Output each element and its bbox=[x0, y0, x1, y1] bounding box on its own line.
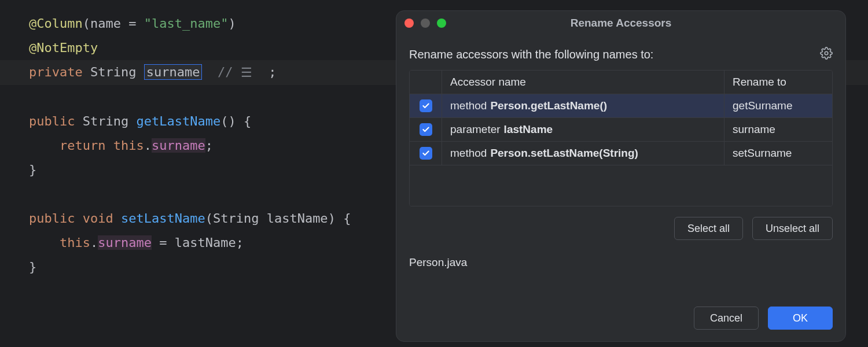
annotation-attr: name bbox=[90, 16, 121, 31]
minimize-icon[interactable] bbox=[421, 19, 430, 28]
keyword-void: void bbox=[83, 211, 113, 226]
dialog-title: Rename Accessors bbox=[396, 17, 845, 29]
dialog-prompt: Rename accessors with the following name… bbox=[409, 48, 653, 61]
keyword-public: public bbox=[29, 114, 75, 128]
accessor-kind: method bbox=[450, 147, 487, 160]
keyword-this: this bbox=[60, 235, 90, 250]
table-row[interactable]: method Person.getLastName() getSurname bbox=[410, 94, 832, 118]
checkbox[interactable] bbox=[420, 147, 432, 160]
annotation-column: @Column bbox=[29, 16, 83, 31]
checkbox[interactable] bbox=[420, 123, 432, 136]
field-ref: surname bbox=[152, 138, 205, 153]
semicolon: ; bbox=[269, 65, 276, 79]
accessor-signature: lastName bbox=[504, 123, 553, 136]
param-type: String bbox=[213, 211, 259, 226]
table-row[interactable]: method Person.setLastName(String) setSur… bbox=[410, 142, 832, 165]
keyword-public: public bbox=[29, 211, 75, 226]
keyword-private: private bbox=[29, 65, 83, 79]
accessor-kind: method bbox=[450, 99, 487, 112]
rename-to-value[interactable]: getSurname bbox=[724, 99, 832, 112]
keyword-this: this bbox=[113, 138, 144, 153]
select-all-button[interactable]: Select all bbox=[674, 217, 743, 240]
unselect-all-button[interactable]: Unselect all bbox=[752, 217, 833, 240]
param-name: lastName bbox=[267, 211, 328, 226]
gear-icon[interactable] bbox=[820, 47, 833, 62]
type-string: String bbox=[83, 114, 128, 128]
col-rename-to[interactable]: Rename to bbox=[724, 71, 832, 94]
svg-point-0 bbox=[825, 51, 828, 55]
inlay-hint-icon[interactable]: ☰ bbox=[241, 61, 253, 85]
rename-inline-input[interactable]: surname bbox=[144, 64, 203, 80]
cancel-button[interactable]: Cancel bbox=[694, 307, 759, 330]
method-setter: setLastName bbox=[121, 211, 205, 226]
rename-to-value[interactable]: surname bbox=[724, 123, 832, 136]
accessor-kind: parameter bbox=[450, 123, 501, 136]
field-ref: surname bbox=[98, 235, 152, 250]
col-accessor[interactable]: Accessor name bbox=[442, 71, 724, 94]
close-icon[interactable] bbox=[404, 19, 414, 28]
annotation-notempty: @NotEmpty bbox=[29, 40, 98, 55]
keyword-return: return bbox=[60, 138, 105, 153]
table-row[interactable]: parameter lastName surname bbox=[410, 118, 832, 142]
accessor-signature: Person.setLastName(String) bbox=[490, 147, 638, 160]
zoom-icon[interactable] bbox=[437, 19, 446, 28]
checkbox[interactable] bbox=[420, 99, 432, 112]
usage-file-label: Person.java bbox=[409, 256, 833, 269]
param-ref: lastName bbox=[175, 235, 236, 250]
table-header: Accessor name Rename to bbox=[410, 71, 832, 94]
string-literal: "last_name" bbox=[144, 16, 229, 31]
comment-marker: // bbox=[218, 65, 233, 79]
rename-accessors-dialog: Rename Accessors Rename accessors with t… bbox=[396, 10, 846, 342]
method-getter: getLastName bbox=[136, 114, 220, 128]
rename-to-value[interactable]: setSurname bbox=[724, 147, 832, 160]
type-string: String bbox=[90, 65, 136, 79]
accessor-signature: Person.getLastName() bbox=[490, 99, 607, 112]
accessors-table: Accessor name Rename to method Person.ge… bbox=[409, 70, 833, 206]
ok-button[interactable]: OK bbox=[768, 307, 833, 330]
table-empty-space bbox=[410, 165, 832, 206]
dialog-titlebar: Rename Accessors bbox=[396, 11, 845, 35]
